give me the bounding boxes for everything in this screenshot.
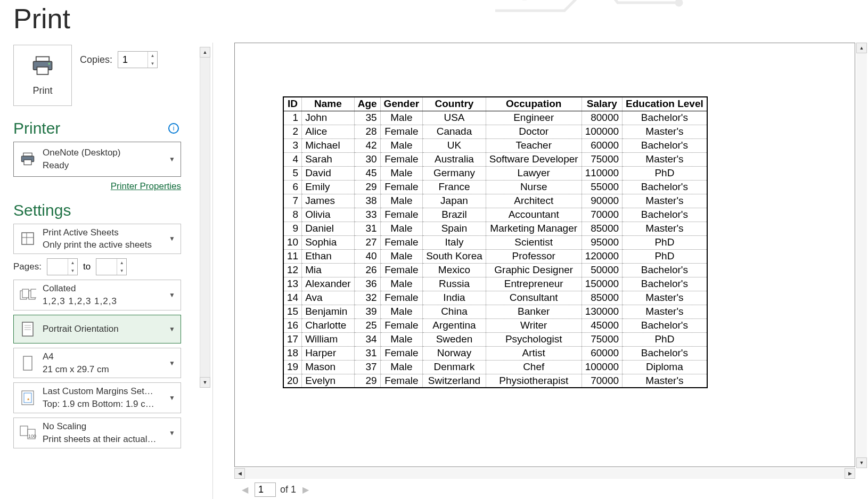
table-cell: Mia [302,263,355,277]
table-cell: 37 [354,360,380,374]
table-cell: Graphic Designer [486,263,582,277]
info-icon[interactable]: i [168,123,179,134]
table-cell: Female [380,125,423,138]
table-cell: 34 [354,332,380,346]
table-cell: Software Developer [486,152,582,166]
scaling-dropdown[interactable]: 100 No Scaling Print sheets at their act… [13,418,181,448]
table-cell: Germany [423,166,486,180]
table-cell: James [302,194,355,208]
table-cell: 35 [354,111,380,125]
scroll-left-icon[interactable]: ◀ [234,468,245,479]
pages-to-input[interactable] [96,259,117,275]
sheets-icon [18,229,37,248]
table-cell: 17 [283,332,302,346]
paper-dropdown[interactable]: A4 21 cm x 29.7 cm ▼ [13,348,181,379]
print-what-dropdown[interactable]: Print Active Sheets Only print the activ… [13,224,181,255]
table-cell: Male [380,277,423,291]
settings-scrollbar[interactable]: ▲ ▼ [200,47,210,388]
table-cell: Switzerland [423,374,486,388]
table-cell: Male [380,194,423,208]
spinner-up-icon[interactable]: ▲ [68,259,77,267]
table-row: 3Michael42MaleUKTeacher60000Bachelor's [283,138,707,152]
pages-from-input[interactable] [47,259,68,275]
spinner-down-icon[interactable]: ▼ [117,267,126,275]
preview-vertical-scrollbar[interactable]: ▲ ▼ [856,43,867,468]
table-cell: 26 [354,263,380,277]
table-cell: Male [380,138,423,152]
next-page-button[interactable]: ▶ [300,485,311,495]
table-cell: 31 [354,346,380,360]
svg-text:★: ★ [27,397,30,401]
table-cell: South Korea [423,249,486,263]
scroll-down-icon[interactable]: ▼ [856,457,867,468]
table-cell: 12 [283,263,302,277]
table-cell: Male [380,111,423,125]
table-row: 13Alexander36MaleRussiaEntrepreneur15000… [283,277,707,291]
table-row: 9Daniel31MaleSpainMarketing Manager85000… [283,222,707,235]
table-cell: Male [380,332,423,346]
table-cell: Italy [423,235,486,249]
print-button[interactable]: Print [13,45,72,106]
scroll-up-icon[interactable]: ▲ [856,43,867,53]
collate-dropdown[interactable]: Collated 1,2,3 1,2,3 1,2,3 ▼ [13,280,181,310]
table-cell: Male [380,360,423,374]
table-cell: 60000 [582,138,622,152]
table-row: 5David45MaleGermanyLawyer110000PhD [283,166,707,180]
spinner-down-icon[interactable]: ▼ [148,60,157,68]
table-cell: Evelyn [302,374,355,388]
copies-spinner[interactable]: ▲▼ [118,51,158,68]
scroll-track[interactable] [245,468,845,479]
scroll-right-icon[interactable]: ▶ [845,468,855,479]
table-cell: 36 [354,277,380,291]
table-cell: Charlotte [302,318,355,332]
printer-dropdown[interactable]: OneNote (Desktop) Ready ▼ [13,142,181,177]
table-cell: Olivia [302,208,355,222]
pages-to-spinner[interactable]: ▲▼ [96,258,127,275]
table-cell: Bachelor's [623,346,707,360]
table-cell: 70000 [582,374,622,388]
pages-from-spinner[interactable]: ▲▼ [47,258,78,275]
table-cell: Female [380,346,423,360]
settings-section-header: Settings [13,201,71,219]
table-row: 14Ava32FemaleIndiaConsultant85000Master'… [283,291,707,305]
table-header: Education Level [623,97,707,111]
current-page-input[interactable] [255,482,276,497]
table-cell: Female [380,374,423,388]
scroll-down-icon[interactable]: ▼ [200,377,210,388]
spinner-up-icon[interactable]: ▲ [148,52,157,60]
table-cell: France [423,180,486,194]
chevron-down-icon: ▼ [167,235,177,242]
table-cell: Ethan [302,249,355,263]
table-header: Name [302,97,355,111]
table-cell: Banker [486,305,582,318]
svg-rect-17 [22,322,33,336]
table-cell: Emily [302,180,355,194]
table-cell: 6 [283,180,302,194]
table-cell: Bachelor's [623,180,707,194]
margins-dropdown[interactable]: ★ Last Custom Margins Set… Top: 1.9 cm B… [13,382,181,413]
table-cell: 45 [354,166,380,180]
margins-sub: Top: 1.9 cm Bottom: 1.9 c… [43,398,161,411]
collate-icon [18,285,37,305]
table-cell: 85000 [582,291,622,305]
prev-page-button[interactable]: ◀ [240,485,250,495]
copies-input[interactable] [118,52,148,68]
spinner-up-icon[interactable]: ▲ [117,259,126,267]
table-cell: Sweden [423,332,486,346]
table-row: 8Olivia33FemaleBrazilAccountant70000Bach… [283,208,707,222]
table-cell: 4 [283,152,302,166]
table-cell: Benjamin [302,305,355,318]
spinner-down-icon[interactable]: ▼ [68,267,77,275]
table-cell: 2 [283,125,302,138]
orientation-dropdown[interactable]: Portrait Orientation ▼ [13,315,181,343]
table-cell: PhD [623,332,707,346]
table-cell: Male [380,166,423,180]
scroll-up-icon[interactable]: ▲ [200,47,210,58]
scroll-track[interactable] [856,53,867,457]
chevron-down-icon: ▼ [167,394,177,402]
table-cell: 95000 [582,235,622,249]
table-cell: 70000 [582,208,622,222]
preview-horizontal-scrollbar[interactable]: ◀ ▶ [234,468,855,479]
scroll-track[interactable] [200,58,210,377]
printer-properties-link[interactable]: Printer Properties [111,181,181,192]
